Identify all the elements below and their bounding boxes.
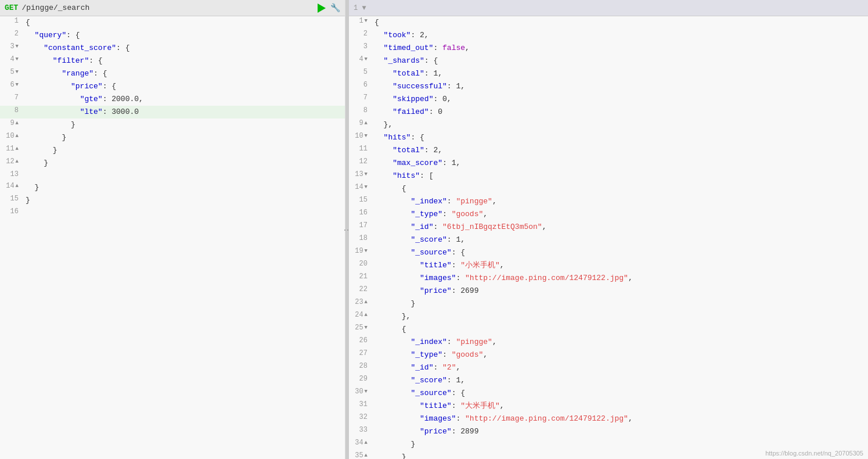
code-line: 1{: [0, 16, 345, 29]
code-line: 3▼ "constant_score": {: [0, 42, 345, 55]
fold-arrow[interactable]: ▼: [365, 56, 368, 62]
line-content: "_index": "pingge",: [372, 336, 868, 349]
line-content: "failed": 0: [372, 106, 868, 119]
line-content: "_id": "6tbj_nIBgqztEtQ3m5on",: [372, 221, 868, 234]
code-line: 2 "took": 2,: [349, 29, 868, 42]
fold-arrow[interactable]: ▲: [365, 120, 368, 126]
line-number: 8: [349, 106, 372, 114]
line-content: "_score": 1,: [372, 234, 868, 246]
line-content: "_id": "2",: [372, 361, 868, 374]
line-content: "lte": 3000.0: [23, 106, 345, 119]
line-number: 11: [349, 144, 372, 153]
line-number: 12: [349, 157, 372, 166]
line-number: 1▼: [349, 16, 372, 25]
code-line: 24▲ },: [349, 310, 868, 323]
fold-arrow[interactable]: ▼: [16, 56, 19, 62]
right-code-area: 1▼{2 "took": 2,3 "timed_out": false,4▼ "…: [349, 16, 868, 459]
line-number: 15: [349, 195, 372, 204]
fold-arrow[interactable]: ▲: [365, 440, 368, 446]
code-line: 13▼ "hits": [: [349, 170, 868, 182]
fold-arrow[interactable]: ▲: [16, 133, 19, 139]
code-line: 31 "title": "大米手机",: [349, 400, 868, 413]
line-content: "hits": {: [372, 131, 868, 144]
line-content: "query": {: [23, 29, 345, 42]
code-line: 3 "timed_out": false,: [349, 42, 868, 55]
line-number: 10▼: [349, 131, 372, 140]
code-line: 27 "_type": "goods",: [349, 349, 868, 361]
fold-arrow[interactable]: ▼: [16, 44, 19, 49]
fold-arrow[interactable]: ▼: [365, 248, 368, 254]
line-content: }: [23, 131, 345, 144]
line-number: 9▲: [0, 119, 23, 127]
fold-arrow[interactable]: ▼: [16, 69, 19, 75]
line-number: 19▼: [349, 246, 372, 255]
http-method: GET: [5, 3, 18, 12]
code-line: 7 "skipped": 0,: [349, 93, 868, 106]
fold-arrow[interactable]: ▼: [365, 389, 368, 395]
line-number: 1: [0, 16, 23, 25]
fold-arrow[interactable]: ▼: [365, 133, 368, 139]
code-line: 28 "_id": "2",: [349, 361, 868, 374]
code-line: 1▼{: [349, 16, 868, 29]
fold-arrow[interactable]: ▼: [365, 18, 368, 24]
line-number: 14▲: [0, 181, 23, 190]
fold-arrow[interactable]: ▼: [16, 82, 19, 88]
line-number: 26: [349, 336, 372, 345]
line-content: [23, 170, 345, 171]
line-content: {: [372, 16, 868, 29]
code-line: 9▲ },: [349, 119, 868, 131]
code-line: 2 "query": {: [0, 29, 345, 42]
play-icon[interactable]: [318, 3, 326, 13]
line-number: 10▲: [0, 131, 23, 140]
line-content: "_source": {: [372, 387, 868, 400]
line-number: 21: [349, 272, 372, 281]
line-content: "timed_out": false,: [372, 42, 868, 55]
line-content: "total": 1,: [372, 67, 868, 80]
wrench-icon[interactable]: 🔧: [330, 3, 340, 13]
line-content: "price": {: [23, 80, 345, 93]
fold-arrow[interactable]: ▲: [365, 299, 368, 305]
fold-arrow[interactable]: ▲: [16, 183, 19, 189]
fold-arrow[interactable]: ▲: [16, 120, 19, 126]
code-line: 30▼ "_source": {: [349, 387, 868, 400]
fold-arrow[interactable]: ▼: [365, 325, 368, 331]
line-content: "constant_score": {: [23, 42, 345, 55]
fold-arrow[interactable]: ▲: [16, 146, 19, 152]
line-number: 25▼: [349, 323, 372, 332]
line-number: 14▼: [349, 182, 372, 191]
line-number: 32: [349, 413, 372, 421]
line-number: 29: [349, 374, 372, 383]
code-line: 15}: [0, 194, 345, 207]
line-number: 8: [0, 106, 23, 114]
code-line: 29 "_score": 1,: [349, 374, 868, 387]
fold-arrow[interactable]: ▼: [365, 171, 368, 177]
code-line: 6▼ "price": {: [0, 80, 345, 93]
line-number: 34▲: [349, 438, 372, 447]
line-number: 13▼: [349, 170, 372, 178]
code-line: 22 "price": 2699: [349, 285, 868, 297]
watermark: https://blog.csdn.net/nq_20705305: [765, 450, 863, 457]
code-line: 11▲ }: [0, 144, 345, 157]
code-line: 16 "_type": "goods",: [349, 208, 868, 221]
line-number: 16: [0, 207, 23, 216]
line-content: "filter": {: [23, 55, 345, 67]
line-content: "_score": 1,: [372, 374, 868, 387]
fold-arrow[interactable]: ▲: [365, 453, 368, 458]
line-number: 6: [349, 80, 372, 89]
fold-arrow[interactable]: ▲: [16, 159, 19, 164]
line-content: "title": "小米手机",: [372, 259, 868, 272]
line-content: "_type": "goods",: [372, 349, 868, 361]
line-number: 4▼: [349, 55, 372, 63]
line-content: {: [372, 323, 868, 336]
code-line: 17 "_id": "6tbj_nIBgqztEtQ3m5on",: [349, 221, 868, 234]
fold-arrow[interactable]: ▼: [365, 184, 368, 190]
code-line: 14▼ {: [349, 182, 868, 195]
code-line: 15 "_index": "pingge",: [349, 195, 868, 208]
code-line: 5 "total": 1,: [349, 67, 868, 80]
line-number: 24▲: [349, 310, 372, 319]
code-line: 23▲ }: [349, 297, 868, 310]
line-content: "gte": 2000.0,: [23, 93, 345, 106]
code-line: 12 "max_score": 1,: [349, 157, 868, 170]
fold-arrow[interactable]: ▲: [365, 312, 368, 318]
code-line: 5▼ "range": {: [0, 67, 345, 80]
